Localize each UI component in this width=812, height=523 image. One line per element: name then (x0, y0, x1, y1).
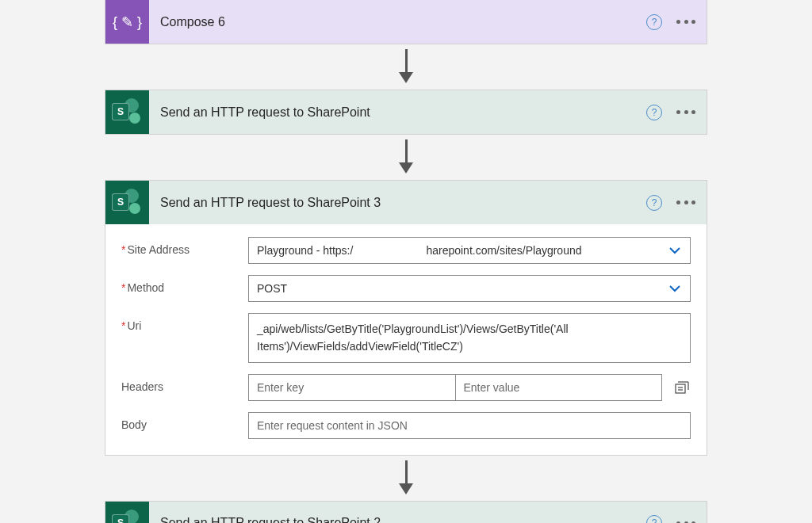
chevron-down-icon (668, 243, 682, 258)
help-icon[interactable]: ? (646, 515, 662, 523)
sharepoint-action-1-card[interactable]: S Send an HTTP request to SharePoint ? (105, 90, 707, 135)
uri-row: *Uri _api/web/lists/GetByTitle('Playgrou… (121, 313, 691, 363)
help-icon[interactable]: ? (646, 195, 662, 211)
chevron-down-icon (668, 281, 682, 296)
uri-label: *Uri (121, 313, 248, 332)
sharepoint-action-2-title: Send an HTTP request to SharePoint 2 (160, 516, 646, 523)
flow-arrow (399, 49, 413, 83)
site-address-prefix: Playground - https:/ (257, 244, 353, 257)
site-address-label: *Site Address (121, 237, 248, 256)
compose-action-card[interactable]: { ✎ } Compose 6 ? (105, 0, 707, 44)
flow-arrow (399, 460, 413, 494)
more-menu-button[interactable] (675, 110, 697, 114)
more-menu-button[interactable] (675, 20, 697, 24)
method-label: *Method (121, 275, 248, 294)
sharepoint-action-3-card: S Send an HTTP request to SharePoint 3 ?… (105, 180, 707, 456)
sharepoint-action-2-card[interactable]: S Send an HTTP request to SharePoint 2 ? (105, 501, 707, 523)
svg-rect-0 (676, 384, 685, 393)
header-value-input[interactable]: Enter value (455, 374, 663, 401)
sharepoint-icon: S (105, 181, 149, 224)
compose-icon: { ✎ } (105, 0, 149, 44)
method-select[interactable]: POST (248, 275, 691, 302)
compose-header[interactable]: { ✎ } Compose 6 ? (105, 0, 707, 44)
headers-label: Headers (121, 374, 248, 393)
help-icon[interactable]: ? (646, 105, 662, 120)
sharepoint-action-3-header[interactable]: S Send an HTTP request to SharePoint 3 ? (105, 181, 707, 224)
sharepoint-action-1-title: Send an HTTP request to SharePoint (160, 105, 646, 120)
site-address-select[interactable]: Playground - https:/harepoint.com/sites/… (248, 237, 691, 264)
header-key-input[interactable]: Enter key (248, 374, 455, 401)
site-address-row: *Site Address Playground - https:/harepo… (121, 237, 691, 264)
sharepoint-action-1-header[interactable]: S Send an HTTP request to SharePoint ? (105, 90, 707, 134)
flow-arrow (399, 139, 413, 174)
sharepoint-action-2-header[interactable]: S Send an HTTP request to SharePoint 2 ? (105, 502, 707, 523)
method-row: *Method POST (121, 275, 691, 302)
headers-row: Headers Enter key Enter value (121, 374, 691, 401)
method-value: POST (257, 282, 287, 295)
sharepoint-icon: S (105, 90, 149, 134)
text-mode-icon[interactable] (673, 381, 691, 394)
sharepoint-icon: S (105, 502, 149, 523)
sharepoint-action-3-title: Send an HTTP request to SharePoint 3 (160, 196, 646, 210)
help-icon[interactable]: ? (646, 14, 662, 30)
body-row: Body Enter request content in JSON (121, 412, 691, 439)
site-address-suffix: harepoint.com/sites/Playground (426, 244, 581, 257)
sharepoint-action-3-body: *Site Address Playground - https:/harepo… (105, 224, 707, 455)
compose-title: Compose 6 (160, 15, 646, 29)
uri-input[interactable]: _api/web/lists/GetByTitle('PlaygroundLis… (248, 313, 691, 363)
body-label: Body (121, 412, 248, 431)
more-menu-button[interactable] (675, 200, 697, 204)
body-input[interactable]: Enter request content in JSON (248, 412, 691, 439)
